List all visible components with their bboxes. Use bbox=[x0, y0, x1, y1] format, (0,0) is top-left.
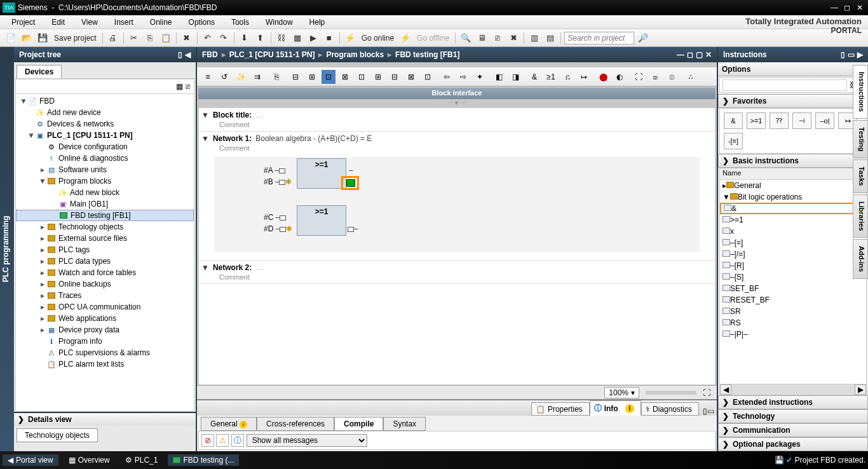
menu-project[interactable]: Project bbox=[5, 17, 41, 28]
mon1-icon[interactable]: ⬤ bbox=[596, 70, 610, 84]
compile-subtab[interactable]: Compile bbox=[334, 417, 383, 431]
box9-icon[interactable]: ⊡ bbox=[421, 70, 435, 84]
instr-rs[interactable]: RS bbox=[720, 317, 866, 329]
misc2-icon[interactable]: ⎄ bbox=[648, 70, 662, 84]
tree-watch-tables[interactable]: ▸Watch and force tables bbox=[16, 267, 194, 278]
extended-header[interactable]: ❯Extended instructions bbox=[718, 395, 868, 409]
misc1-icon[interactable]: ⛶ bbox=[632, 70, 646, 84]
menu-online[interactable]: Online bbox=[144, 17, 179, 28]
or-icon[interactable]: ≥1 bbox=[544, 70, 558, 84]
edit-title-icon[interactable]: … bbox=[255, 111, 264, 119]
collapse-net1-icon[interactable]: ▼ bbox=[201, 134, 209, 143]
zoom-slider[interactable] bbox=[646, 391, 696, 395]
delete-icon[interactable]: ✖ bbox=[180, 31, 194, 45]
plc1-button[interactable]: ⚙ PLC_1 bbox=[120, 454, 163, 466]
scroll-right-icon[interactable]: ▶ bbox=[855, 384, 866, 395]
pin-a[interactable]: #A – bbox=[264, 166, 285, 175]
hide-icon[interactable]: ◀ bbox=[185, 50, 191, 59]
tree-plc1[interactable]: ▼▣PLC_1 [CPU 1511-1 PN] bbox=[16, 130, 194, 141]
print-icon[interactable]: 🖨 bbox=[106, 31, 120, 45]
diagnostics-tab[interactable]: ⚕Diagnostics bbox=[641, 402, 699, 416]
split-v-icon[interactable]: ▤ bbox=[543, 31, 557, 45]
rtab-instructions[interactable]: Instructions bbox=[853, 65, 868, 119]
compile-icon[interactable]: ⛓ bbox=[275, 31, 288, 45]
ex1-icon[interactable]: ◧ bbox=[492, 70, 506, 84]
tree-add-block[interactable]: ✨Add new block bbox=[16, 187, 194, 198]
search-button-icon[interactable]: 🔎 bbox=[636, 31, 650, 45]
out-1[interactable]: – bbox=[349, 166, 353, 175]
overview-button[interactable]: ▦ Overview bbox=[64, 454, 115, 466]
instr-sr[interactable]: SR bbox=[720, 306, 866, 317]
and-icon[interactable]: & bbox=[527, 70, 541, 84]
scroll-track[interactable] bbox=[731, 384, 855, 395]
info-layout1-icon[interactable]: ▯ bbox=[703, 407, 707, 416]
tree-tech-objects[interactable]: ▸Technology objects bbox=[16, 221, 194, 233]
technology-header[interactable]: ❯Technology bbox=[718, 409, 868, 423]
menu-insert[interactable]: Insert bbox=[108, 17, 140, 28]
misc4-icon[interactable]: ⛬ bbox=[684, 70, 698, 84]
tree-proxy[interactable]: ▸▦Device proxy data bbox=[16, 324, 194, 336]
optional-header[interactable]: ❯Optional packages bbox=[718, 437, 868, 451]
tree-proginfo[interactable]: ℹProgram info bbox=[16, 336, 194, 347]
fav-assign[interactable]: -[=] bbox=[724, 133, 743, 149]
properties-tab[interactable]: 📋Properties bbox=[531, 402, 590, 416]
menu-help[interactable]: Help bbox=[303, 17, 332, 28]
zoom-control[interactable]: 100%▾ bbox=[604, 387, 639, 398]
tree-program-blocks[interactable]: ▼Program blocks bbox=[16, 175, 194, 187]
split-h-icon[interactable]: ▥ bbox=[527, 31, 541, 45]
general-subtab[interactable]: General i bbox=[201, 417, 257, 431]
out-2[interactable]: – bbox=[348, 224, 358, 233]
start-icon[interactable]: ▶ bbox=[306, 31, 320, 45]
tech-objects-tab[interactable]: Technology objects bbox=[17, 428, 98, 442]
error-filter-icon[interactable]: ⊘ bbox=[201, 434, 214, 447]
inst-layout2-icon[interactable]: ▭ bbox=[848, 50, 855, 59]
fbd-or-block-2[interactable]: >=1 bbox=[297, 205, 346, 236]
pin-b[interactable]: #B –✱ bbox=[264, 177, 292, 186]
box2-icon[interactable]: ⊞ bbox=[305, 70, 319, 84]
fav-contact[interactable]: ⊣ bbox=[792, 112, 811, 129]
tree-external-src[interactable]: ▸External source files bbox=[16, 233, 194, 244]
coil-icon[interactable]: ↦ bbox=[577, 70, 591, 84]
pin-d[interactable]: #D –✱ bbox=[264, 224, 292, 233]
close-pane-icon[interactable]: ✕ bbox=[705, 50, 712, 59]
plc-programming-tab[interactable]: PLC programming bbox=[0, 47, 14, 451]
tree-plc-datatypes[interactable]: ▸PLC data types bbox=[16, 255, 194, 267]
cut-icon[interactable]: ✂ bbox=[127, 31, 141, 45]
open-project-icon[interactable]: 📂 bbox=[20, 31, 34, 45]
syntax-subtab[interactable]: Syntax bbox=[383, 417, 426, 431]
menu-edit[interactable]: Edit bbox=[45, 17, 71, 28]
box5-icon[interactable]: ⊡ bbox=[355, 70, 369, 84]
warning-filter-icon[interactable]: ⚠ bbox=[216, 434, 229, 447]
instr-bitlogic[interactable]: ▼Bit logic operations bbox=[720, 191, 866, 203]
save-label[interactable]: Save project bbox=[51, 34, 99, 43]
collapse-icon[interactable]: ▯ bbox=[178, 50, 182, 59]
close-button[interactable]: ✕ bbox=[854, 3, 865, 12]
zoom-fit-icon[interactable]: ⛶ bbox=[703, 388, 710, 397]
instructions-list[interactable]: ▸General ▼Bit logic operations & >=1 x –… bbox=[720, 180, 866, 384]
tree-traces[interactable]: ▸Traces bbox=[16, 290, 194, 301]
info-tab[interactable]: ⓘInfo i bbox=[590, 400, 641, 416]
selected-output[interactable] bbox=[341, 176, 359, 190]
network-view-icon[interactable]: ▦ bbox=[176, 82, 183, 91]
accessible-icon[interactable]: 🔍 bbox=[459, 31, 473, 45]
tree-software-units[interactable]: ▸▧Software units bbox=[16, 164, 194, 175]
nav2-icon[interactable]: ⇨ bbox=[456, 70, 470, 84]
tree-alarm-texts[interactable]: 📋PLC alarm text lists bbox=[16, 358, 194, 370]
box3-icon[interactable]: ⊡ bbox=[322, 70, 336, 84]
go-online-label[interactable]: Go online bbox=[359, 34, 397, 43]
tree-main-ob1[interactable]: ▣Main [OB1] bbox=[16, 198, 194, 210]
instr-xor[interactable]: x bbox=[720, 226, 866, 237]
instr-general[interactable]: ▸General bbox=[720, 180, 866, 191]
menu-options[interactable]: Options bbox=[182, 17, 221, 28]
minimize-button[interactable]: — bbox=[829, 3, 840, 12]
new-project-icon[interactable]: 📄 bbox=[4, 31, 18, 45]
instr-reset[interactable]: –[R] bbox=[720, 260, 866, 271]
menu-window[interactable]: Window bbox=[259, 17, 299, 28]
diag-icon[interactable]: ⎚ bbox=[491, 31, 505, 45]
tree-online-diag[interactable]: ⚕Online & diagnostics bbox=[16, 153, 194, 164]
tree-add-device[interactable]: ✨Add new device bbox=[16, 107, 194, 118]
clear-icon[interactable]: ✖ bbox=[506, 31, 520, 45]
mon2-icon[interactable]: ◐ bbox=[613, 70, 627, 84]
options-header[interactable]: Options bbox=[718, 62, 868, 76]
hmi-icon[interactable]: 🖥 bbox=[475, 31, 489, 45]
